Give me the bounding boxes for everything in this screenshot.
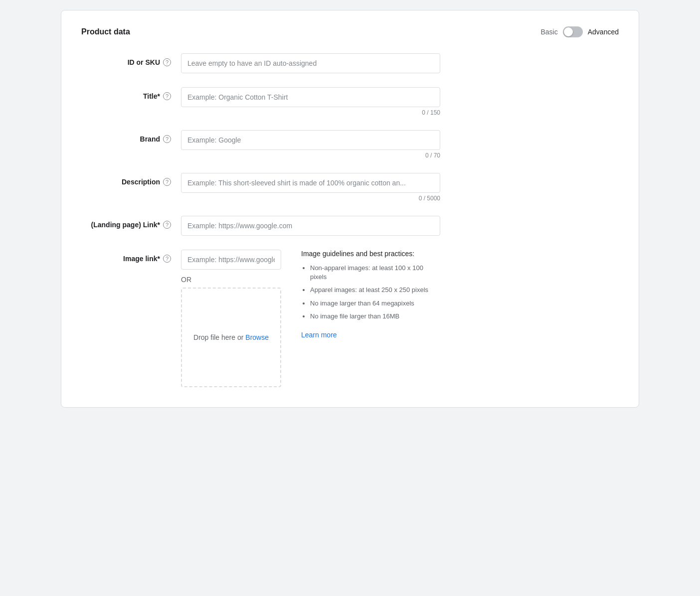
title-row: Title* ? 0 / 150 [81, 87, 619, 116]
title-char-count: 0 / 150 [181, 109, 440, 116]
card-header: Product data Basic Advanced [81, 26, 619, 37]
description-row: Description ? 0 / 5000 [81, 173, 619, 202]
brand-field-group: 0 / 70 [181, 130, 440, 159]
landing-link-help-icon[interactable]: ? [163, 221, 171, 229]
learn-more-link[interactable]: Learn more [301, 331, 337, 339]
title-help-icon[interactable]: ? [163, 92, 171, 100]
id-sku-input[interactable] [181, 53, 440, 73]
brand-label-group: Brand ? [81, 130, 181, 143]
list-item: No image larger than 64 megapixels [310, 299, 431, 308]
guidelines-list: Non-apparel images: at least 100 x 100 p… [301, 264, 431, 321]
title-label: Title* [143, 92, 160, 100]
product-data-card: Product data Basic Advanced ID or SKU ? … [61, 10, 639, 408]
title-field-group: 0 / 150 [181, 87, 440, 116]
brand-label: Brand [140, 135, 160, 143]
guidelines-title: Image guidelines and best practices: [301, 250, 431, 258]
landing-link-label-group: (Landing page) Link* ? [81, 216, 181, 229]
brand-row: Brand ? 0 / 70 [81, 130, 619, 159]
image-link-help-icon[interactable]: ? [163, 255, 171, 263]
description-field-group: 0 / 5000 [181, 173, 440, 202]
id-sku-field-group [181, 53, 440, 73]
landing-link-row: (Landing page) Link* ? [81, 216, 619, 236]
id-sku-label-group: ID or SKU ? [81, 53, 181, 66]
basic-label: Basic [540, 28, 557, 36]
description-label-group: Description ? [81, 173, 181, 186]
landing-link-label: (Landing page) Link* [91, 221, 160, 229]
landing-link-field-group [181, 216, 440, 236]
image-link-input[interactable] [181, 250, 281, 270]
image-link-label-group: Image link* ? [81, 250, 181, 263]
drop-zone-text: Drop file here or Browse [193, 333, 269, 341]
description-input[interactable] [181, 173, 440, 193]
drop-zone[interactable]: Drop file here or Browse [181, 288, 281, 387]
title-input[interactable] [181, 87, 440, 107]
id-sku-row: ID or SKU ? [81, 53, 619, 73]
title-label-group: Title* ? [81, 87, 181, 100]
description-label: Description [122, 178, 160, 186]
list-item: Apparel images: at least 250 x 250 pixel… [310, 286, 431, 295]
or-text: OR [181, 276, 281, 284]
description-char-count: 0 / 5000 [181, 195, 440, 202]
brand-input[interactable] [181, 130, 440, 150]
landing-link-input[interactable] [181, 216, 440, 236]
brand-char-count: 0 / 70 [181, 152, 440, 159]
id-sku-help-icon[interactable]: ? [163, 58, 171, 66]
image-link-label: Image link* [123, 255, 160, 263]
list-item: No image file larger than 16MB [310, 312, 431, 321]
list-item: Non-apparel images: at least 100 x 100 p… [310, 264, 431, 282]
brand-help-icon[interactable]: ? [163, 135, 171, 143]
basic-advanced-toggle[interactable] [563, 26, 583, 37]
image-guidelines: Image guidelines and best practices: Non… [301, 250, 431, 339]
image-field-group: OR Drop file here or Browse [181, 250, 281, 387]
description-help-icon[interactable]: ? [163, 178, 171, 186]
id-sku-label: ID or SKU [128, 58, 160, 66]
image-section: OR Drop file here or Browse Image guidel… [181, 250, 431, 387]
browse-link[interactable]: Browse [245, 333, 269, 341]
card-title: Product data [81, 27, 130, 36]
toggle-group: Basic Advanced [540, 26, 619, 37]
image-link-row: Image link* ? OR Drop file here or Brows… [81, 250, 619, 387]
advanced-label: Advanced [588, 28, 619, 36]
